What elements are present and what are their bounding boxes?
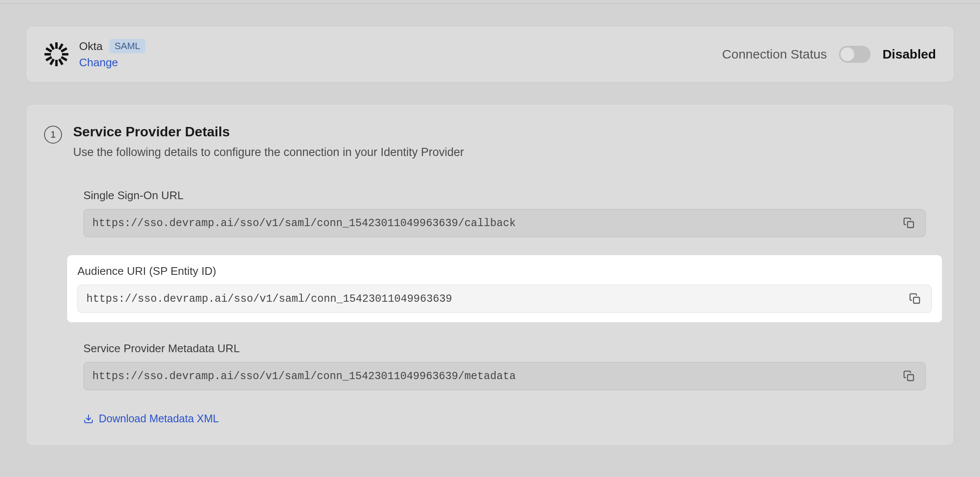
metadata-url-field: Service Provider Metadata URL https://ss… xyxy=(73,335,936,395)
svg-rect-0 xyxy=(55,42,58,49)
connection-toggle[interactable] xyxy=(839,46,871,63)
change-link[interactable]: Change xyxy=(79,56,145,69)
copy-icon xyxy=(909,293,921,305)
connection-header-card: Okta SAML Change Connection Status Disab… xyxy=(26,26,954,82)
section-title: Service Provider Details xyxy=(73,124,464,140)
svg-rect-9 xyxy=(44,53,51,56)
svg-rect-7 xyxy=(50,58,55,65)
svg-rect-12 xyxy=(908,222,914,228)
toggle-knob xyxy=(841,47,854,61)
header-left: Okta SAML Change xyxy=(44,39,145,69)
metadata-url-label: Service Provider Metadata URL xyxy=(83,342,926,355)
metadata-url-value: https://sso.devramp.ai/sso/v1/saml/conn_… xyxy=(92,370,901,383)
audience-uri-value: https://sso.devramp.ai/sso/v1/saml/conn_… xyxy=(86,293,907,305)
svg-rect-6 xyxy=(55,60,58,66)
sso-url-input-wrap: https://sso.devramp.ai/sso/v1/saml/conn_… xyxy=(83,209,926,237)
svg-rect-11 xyxy=(50,43,55,50)
svg-rect-4 xyxy=(61,56,68,61)
provider-top: Okta SAML xyxy=(79,39,145,53)
sso-url-label: Single Sign-On URL xyxy=(83,189,926,202)
service-provider-details-card: 1 Service Provider Details Use the follo… xyxy=(26,104,954,446)
download-metadata-link[interactable]: Download Metadata XML xyxy=(73,412,219,425)
svg-rect-5 xyxy=(58,58,63,65)
download-icon xyxy=(83,414,94,424)
svg-rect-13 xyxy=(914,297,920,303)
svg-rect-8 xyxy=(45,56,52,61)
svg-rect-3 xyxy=(62,53,68,56)
copy-sso-url-button[interactable] xyxy=(901,215,917,231)
okta-logo-icon xyxy=(44,42,69,67)
section-subtitle: Use the following details to configure t… xyxy=(73,146,464,159)
section-titles: Service Provider Details Use the followi… xyxy=(73,124,464,159)
copy-icon xyxy=(903,370,915,382)
header-right: Connection Status Disabled xyxy=(722,46,936,63)
copy-icon xyxy=(903,217,915,229)
copy-audience-uri-button[interactable] xyxy=(907,291,923,306)
download-metadata-label: Download Metadata XML xyxy=(99,412,219,425)
sso-url-value: https://sso.devramp.ai/sso/v1/saml/conn_… xyxy=(92,217,901,230)
connection-status-value: Disabled xyxy=(883,47,936,62)
svg-rect-1 xyxy=(58,43,63,50)
protocol-badge: SAML xyxy=(109,39,145,53)
svg-rect-10 xyxy=(45,47,52,52)
step-number-badge: 1 xyxy=(44,126,62,144)
fields-wrap: Single Sign-On URL https://sso.devramp.a… xyxy=(44,182,936,426)
metadata-url-input-wrap: https://sso.devramp.ai/sso/v1/saml/conn_… xyxy=(83,362,926,390)
copy-metadata-url-button[interactable] xyxy=(901,368,917,384)
connection-status-label: Connection Status xyxy=(722,47,827,62)
section-header: 1 Service Provider Details Use the follo… xyxy=(44,124,936,159)
sso-url-field: Single Sign-On URL https://sso.devramp.a… xyxy=(73,182,936,242)
audience-uri-label: Audience URI (SP Entity ID) xyxy=(77,265,932,278)
audience-uri-field: Audience URI (SP Entity ID) https://sso.… xyxy=(67,255,942,322)
svg-rect-14 xyxy=(908,375,914,381)
provider-name: Okta xyxy=(79,40,103,53)
svg-rect-2 xyxy=(61,47,68,52)
provider-info: Okta SAML Change xyxy=(79,39,145,69)
audience-uri-input-wrap: https://sso.devramp.ai/sso/v1/saml/conn_… xyxy=(77,285,932,313)
